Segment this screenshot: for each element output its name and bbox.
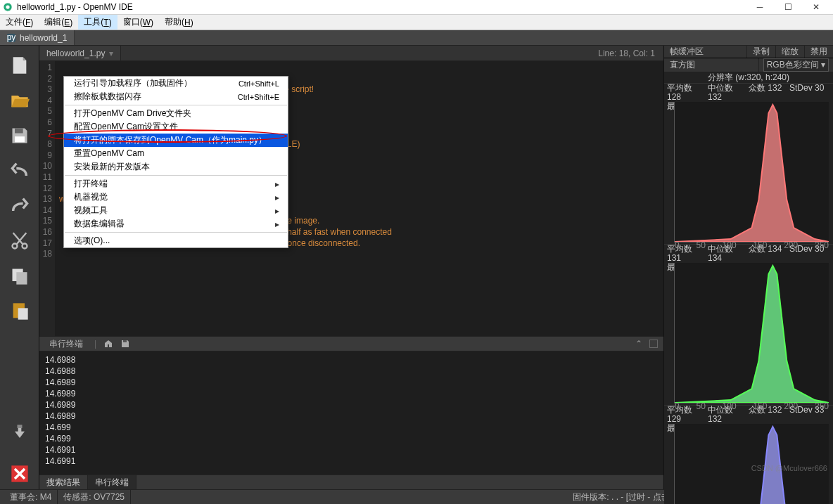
menu-item[interactable]: 机器视觉▸: [64, 190, 288, 204]
menu-1[interactable]: 编辑(E): [39, 15, 78, 30]
menu-item[interactable]: 选项(O)...: [64, 234, 288, 247]
menu-0[interactable]: 文件(F): [0, 15, 39, 30]
paste-icon[interactable]: [10, 302, 30, 321]
svg-rect-4: [15, 129, 23, 134]
menu-4[interactable]: 帮助(H): [159, 15, 199, 30]
watermark: CSDN @Mculover666: [751, 464, 827, 472]
close-button[interactable]: ✕: [802, 0, 830, 15]
serial-terminal[interactable]: 14.698814.698814.698914.698914.698914.69…: [39, 351, 663, 474]
disable-button[interactable]: 禁用: [804, 46, 833, 58]
svg-rect-12: [17, 425, 22, 428]
menu-3[interactable]: 窗口(W): [117, 15, 159, 30]
svg-text:py: py: [7, 34, 15, 42]
menu-item[interactable]: 数据集编辑器▸: [64, 217, 288, 231]
file-tab-bar: py helloworld_1: [0, 30, 833, 46]
menu-item[interactable]: 重置OpenMV Cam: [64, 147, 288, 160]
histogram: 平均数 131中位数 134众数 134StDev 30最小 16最大 255L…: [664, 244, 833, 405]
copy-icon[interactable]: [10, 266, 30, 286]
menu-item[interactable]: 打开终端▸: [64, 177, 288, 190]
svg-rect-5: [15, 136, 25, 142]
save-icon[interactable]: [10, 126, 30, 146]
bottom-tab[interactable]: 搜索结果: [39, 475, 88, 489]
terminal-save-icon[interactable]: [120, 339, 130, 349]
svg-rect-14: [123, 340, 127, 342]
colorspace-dropdown[interactable]: RGB色彩空间 ▾: [763, 58, 829, 72]
redo-icon[interactable]: [10, 196, 30, 216]
histogram-title: 直方图: [664, 59, 758, 71]
connect-icon[interactable]: [10, 423, 30, 443]
menu-item[interactable]: 视频工具▸: [64, 204, 288, 217]
menu-2[interactable]: 工具(T): [78, 15, 117, 30]
svg-point-1: [6, 5, 9, 8]
menu-item[interactable]: 将打开的脚本保存到OpenMV Cam（作为main.py）: [64, 134, 288, 147]
python-file-icon: py: [7, 34, 15, 42]
cursor-position: Line: 18, Col: 1: [590, 49, 663, 58]
histogram: 平均数 129中位数 132众数 132StDev 33最小 0最大 255LQ…: [664, 405, 833, 504]
resolution-label: 分辨率 (w:320, h:240): [664, 72, 833, 83]
tools-menu-dropdown: 运行引导加载程序（加载固件）Ctrl+Shift+L擦除板载数据闪存Ctrl+S…: [63, 76, 288, 248]
terminal-collapse-icon[interactable]: ⌃: [635, 339, 642, 349]
bottom-tab[interactable]: 串行终端: [88, 475, 136, 489]
minimize-button[interactable]: ─: [746, 0, 774, 15]
left-toolbar: [0, 46, 39, 489]
line-gutter: 123456789101112131415161718: [39, 61, 55, 336]
terminal-toolbar: 串行终端 | ⌃: [39, 336, 663, 351]
editor-infobar: helloworld_1.py ▾ Line: 18, Col: 1: [39, 46, 663, 61]
maximize-button[interactable]: ☐: [774, 0, 802, 15]
menu-item[interactable]: 安装最新的开发版本: [64, 160, 288, 174]
histogram: 平均数 128中位数 132众数 132StDev 30最小 16最大 255L…: [664, 83, 833, 244]
status-segment: 传感器: OV7725: [58, 490, 131, 504]
open-file-icon[interactable]: [10, 91, 30, 110]
terminal-title: 串行终端: [45, 338, 87, 350]
breadcrumb[interactable]: helloworld_1.py ▾: [39, 46, 121, 60]
menu-item[interactable]: 擦除板载数据闪存Ctrl+Shift+E: [64, 90, 288, 103]
menu-item[interactable]: 配置OpenMV Cam设置文件: [64, 120, 288, 134]
title-bar: helloworld_1.py - OpenMV IDE ─ ☐ ✕: [0, 0, 833, 15]
new-file-icon[interactable]: [10, 56, 30, 75]
svg-rect-11: [18, 308, 27, 319]
cut-icon[interactable]: [10, 231, 30, 251]
record-button[interactable]: 录制: [746, 46, 775, 58]
menu-item[interactable]: 打开OpenMV Cam Drive文件夹: [64, 107, 288, 120]
framebuffer-title: 帧缓冲区: [664, 46, 746, 58]
status-segment: 董事会: M4: [4, 490, 58, 504]
stop-icon[interactable]: [10, 464, 30, 484]
terminal-settings-icon[interactable]: [103, 339, 113, 349]
menu-item[interactable]: 运行引导加载程序（加载固件）Ctrl+Shift+L: [64, 77, 288, 90]
right-panel: 帧缓冲区 录制 缩放 禁用 直方图 RGB色彩空间 ▾ 分辨率 (w:320, …: [663, 46, 833, 489]
app-logo-icon: [3, 2, 13, 12]
undo-icon[interactable]: [10, 161, 30, 181]
histogram-header: 直方图 RGB色彩空间 ▾: [664, 58, 833, 72]
terminal-expand-icon[interactable]: [649, 340, 658, 348]
bottom-tabs: 搜索结果串行终端: [39, 474, 663, 489]
window-title: helloworld_1.py - OpenMV IDE: [17, 2, 746, 12]
file-tab-label: helloworld_1: [20, 33, 67, 43]
file-tab[interactable]: py helloworld_1: [0, 30, 75, 45]
framebuffer-header: 帧缓冲区 录制 缩放 禁用: [664, 46, 833, 58]
svg-rect-9: [16, 272, 27, 285]
menubar: 文件(F)编辑(E)工具(T)窗口(W)帮助(H): [0, 15, 833, 30]
zoom-button[interactable]: 缩放: [775, 46, 804, 58]
